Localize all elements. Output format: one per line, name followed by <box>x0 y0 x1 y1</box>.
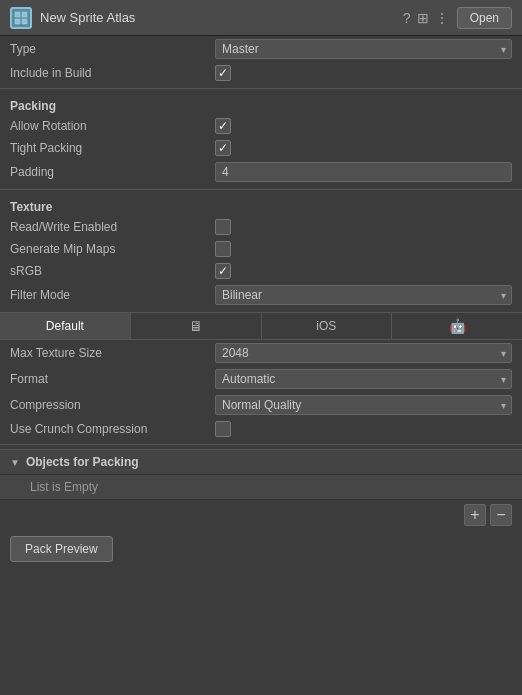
type-select[interactable]: Master Variant <box>215 39 512 59</box>
monitor-icon: 🖥 <box>189 318 203 334</box>
tight-packing-checkbox[interactable] <box>215 140 231 156</box>
empty-list-label: List is Empty <box>0 475 522 500</box>
divider-3 <box>0 444 522 445</box>
max-texture-size-dropdown-wrapper[interactable]: 32641282565121024204840968192 <box>215 343 512 363</box>
allow-rotation-row: Allow Rotation <box>0 115 522 137</box>
srgb-row: sRGB <box>0 260 522 282</box>
type-dropdown-wrapper[interactable]: Master Variant <box>215 39 512 59</box>
type-row: Type Master Variant <box>0 36 522 62</box>
divider-2 <box>0 189 522 190</box>
tab-default[interactable]: Default <box>0 313 131 339</box>
layout-icon[interactable]: ⊞ <box>417 10 429 26</box>
tab-ios[interactable]: iOS <box>262 313 393 339</box>
allow-rotation-label: Allow Rotation <box>10 119 215 133</box>
toolbar-icons: ? ⊞ ⋮ <box>403 10 449 26</box>
crunch-compression-row: Use Crunch Compression <box>0 418 522 440</box>
allow-rotation-checkbox[interactable] <box>215 118 231 134</box>
svg-rect-3 <box>22 19 27 24</box>
compression-row: Compression None Low Quality Normal Qual… <box>0 392 522 418</box>
title-bar: New Sprite Atlas ? ⊞ ⋮ Open <box>0 0 522 36</box>
read-write-checkbox[interactable] <box>215 219 231 235</box>
inspector-panel: Type Master Variant Include in Build Pac… <box>0 36 522 568</box>
padding-label: Padding <box>10 165 215 179</box>
collapse-arrow-icon: ▼ <box>10 457 20 468</box>
srgb-checkbox[interactable] <box>215 263 231 279</box>
window-title: New Sprite Atlas <box>40 10 403 25</box>
help-icon[interactable]: ? <box>403 10 411 26</box>
objects-section-header[interactable]: ▼ Objects for Packing <box>0 449 522 475</box>
max-texture-size-row: Max Texture Size 32641282565121024204840… <box>0 340 522 366</box>
read-write-row: Read/Write Enabled <box>0 216 522 238</box>
svg-rect-0 <box>15 12 20 17</box>
pack-preview-button[interactable]: Pack Preview <box>10 536 113 562</box>
compression-label: Compression <box>10 398 215 412</box>
format-row: Format Automatic RGB Compressed DXT1 RGB… <box>0 366 522 392</box>
list-controls: + − <box>0 500 522 530</box>
open-button[interactable]: Open <box>457 7 512 29</box>
tab-monitor[interactable]: 🖥 <box>131 313 262 339</box>
filter-mode-dropdown-wrapper[interactable]: Bilinear Point Trilinear <box>215 285 512 305</box>
remove-object-button[interactable]: − <box>490 504 512 526</box>
generate-mip-checkbox[interactable] <box>215 241 231 257</box>
pack-preview-container: Pack Preview <box>0 530 522 568</box>
add-object-button[interactable]: + <box>464 504 486 526</box>
compression-select[interactable]: None Low Quality Normal Quality High Qua… <box>215 395 512 415</box>
objects-section-label: Objects for Packing <box>26 455 139 469</box>
tight-packing-label: Tight Packing <box>10 141 215 155</box>
more-icon[interactable]: ⋮ <box>435 10 449 26</box>
filter-mode-select[interactable]: Bilinear Point Trilinear <box>215 285 512 305</box>
android-icon: 🤖 <box>449 318 466 334</box>
include-in-build-checkbox[interactable] <box>215 65 231 81</box>
filter-mode-row: Filter Mode Bilinear Point Trilinear <box>0 282 522 308</box>
srgb-label: sRGB <box>10 264 215 278</box>
tab-ios-label: iOS <box>316 319 336 333</box>
max-texture-size-label: Max Texture Size <box>10 346 215 360</box>
read-write-label: Read/Write Enabled <box>10 220 215 234</box>
max-texture-size-select[interactable]: 32641282565121024204840968192 <box>215 343 512 363</box>
divider-1 <box>0 88 522 89</box>
format-dropdown-wrapper[interactable]: Automatic RGB Compressed DXT1 RGBA Compr… <box>215 369 512 389</box>
app-icon <box>10 7 32 29</box>
format-select[interactable]: Automatic RGB Compressed DXT1 RGBA Compr… <box>215 369 512 389</box>
include-in-build-row: Include in Build <box>0 62 522 84</box>
platform-tabs: Default 🖥 iOS 🤖 <box>0 312 522 340</box>
crunch-compression-label: Use Crunch Compression <box>10 422 215 436</box>
tab-android[interactable]: 🤖 <box>392 313 522 339</box>
svg-rect-2 <box>15 19 20 24</box>
packing-section-header: Packing <box>0 93 522 115</box>
padding-input[interactable] <box>215 162 512 182</box>
type-label: Type <box>10 42 215 56</box>
filter-mode-label: Filter Mode <box>10 288 215 302</box>
crunch-compression-checkbox[interactable] <box>215 421 231 437</box>
tight-packing-row: Tight Packing <box>0 137 522 159</box>
include-in-build-label: Include in Build <box>10 66 215 80</box>
generate-mip-row: Generate Mip Maps <box>0 238 522 260</box>
format-label: Format <box>10 372 215 386</box>
tab-default-label: Default <box>46 319 84 333</box>
padding-row: Padding <box>0 159 522 185</box>
svg-rect-1 <box>22 12 27 17</box>
generate-mip-label: Generate Mip Maps <box>10 242 215 256</box>
texture-section-header: Texture <box>0 194 522 216</box>
compression-dropdown-wrapper[interactable]: None Low Quality Normal Quality High Qua… <box>215 395 512 415</box>
